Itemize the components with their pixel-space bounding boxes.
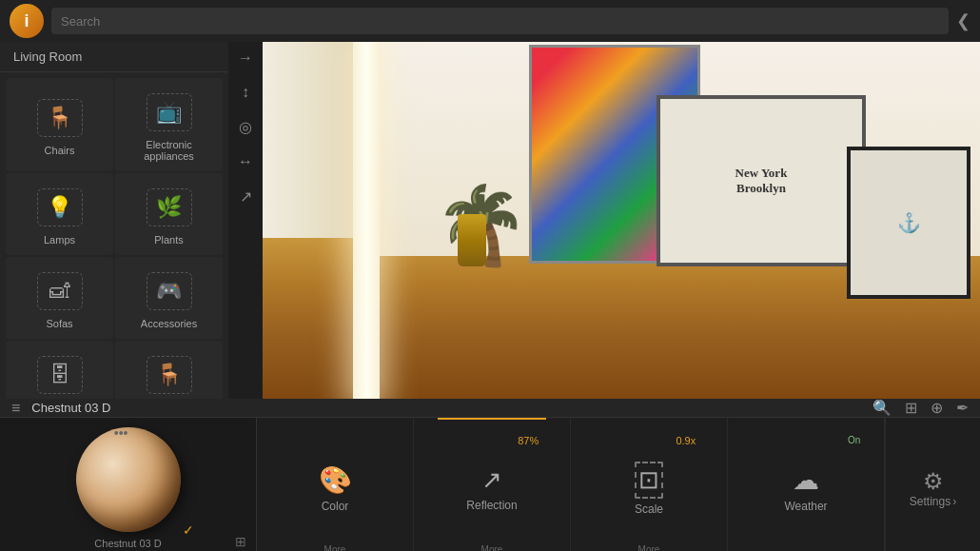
- right-arrow-icon[interactable]: →: [238, 49, 253, 67]
- electronic-appliances-icon: 📺: [147, 93, 192, 131]
- tool-icons: 🔍 ⊞ ⊕ ✒: [872, 399, 969, 417]
- control-scale[interactable]: 0.9x ⊡ Scale More: [571, 418, 728, 551]
- settings-block[interactable]: ⚙ Settings ›: [885, 418, 980, 551]
- lamps-label: Lamps: [44, 234, 75, 246]
- grid-tool-icon[interactable]: ⊞: [905, 399, 917, 417]
- control-color[interactable]: 🎨 Color More: [257, 418, 414, 551]
- bottom-toolbar: ≡ Chestnut 03 D 🔍 ⊞ ⊕ ✒: [0, 399, 980, 418]
- storage-icon: 🗄: [37, 356, 83, 394]
- weather-on-indicator: On: [848, 435, 860, 445]
- sidebar-item-chairs[interactable]: 🪑 Chairs: [6, 78, 113, 171]
- settings-label-row: Settings ›: [910, 495, 956, 508]
- search-input[interactable]: [51, 8, 949, 34]
- sofas-label: Sofas: [46, 318, 72, 329]
- reflection-more: More: [481, 544, 503, 551]
- sofas-icon: 🛋: [37, 272, 83, 310]
- scale-label: Scale: [635, 502, 663, 516]
- color-icon: 🎨: [319, 464, 352, 496]
- weather-label: Weather: [784, 500, 827, 513]
- accessories-label: Accessories: [141, 318, 197, 329]
- scale-more: More: [638, 544, 660, 551]
- sidebar: Living Room 🪑 Chairs 📺 Electronic applia…: [0, 42, 228, 399]
- viewport-scene: 🌴 New York Brooklyn ⚓: [263, 42, 980, 399]
- bottom-panel: ≡ Chestnut 03 D 🔍 ⊞ ⊕ ✒ ••• Chestnut 03 …: [0, 399, 980, 551]
- control-reflection[interactable]: 87% ↗ Reflection More: [414, 418, 571, 551]
- back-button[interactable]: ❮: [956, 10, 970, 31]
- sidebar-grid: 🪑 Chairs 📺 Electronic appliances 💡 Lamps…: [0, 72, 228, 399]
- weather-icon: ☁: [793, 464, 819, 496]
- accessories-icon: 🎮: [147, 272, 192, 310]
- plants-icon: 🌿: [147, 188, 192, 226]
- move-tool-icon[interactable]: ⊕: [931, 399, 943, 417]
- material-preview: ••• Chestnut 03 D ✓ ⊞: [0, 418, 257, 551]
- move-icon[interactable]: ↔: [238, 153, 253, 170]
- material-ball: [76, 427, 181, 532]
- material-label: Chestnut 03 D: [94, 538, 161, 549]
- app-logo: i: [10, 4, 44, 38]
- chairs-label: Chairs: [45, 145, 75, 156]
- resize-icon[interactable]: ↕: [242, 84, 249, 101]
- electronic-appliances-label: Electronic appliances: [123, 139, 215, 162]
- material-controls: 🎨 Color More 87% ↗ Reflection More 0.9x …: [257, 418, 885, 551]
- sidebar-item-electronic-appliances[interactable]: 📺 Electronic appliances: [115, 78, 223, 171]
- reflection-label: Reflection: [466, 499, 517, 512]
- bottom-content: ••• Chestnut 03 D ✓ ⊞ 🎨 Color More 87% ↗…: [0, 418, 980, 551]
- expand-icon[interactable]: ↗: [240, 187, 252, 206]
- material-name-label: Chestnut 03 D: [31, 401, 861, 415]
- color-more: More: [324, 544, 346, 551]
- sidebar-item-accessories[interactable]: 🎮 Accessories: [115, 257, 223, 339]
- settings-arrow-icon: ›: [952, 495, 956, 508]
- chairs-icon: 🪑: [37, 99, 83, 137]
- scale-value: 0.9x: [676, 435, 696, 446]
- main-area: Living Room 🪑 Chairs 📺 Electronic applia…: [0, 42, 980, 399]
- menu-icon[interactable]: ≡: [11, 400, 20, 417]
- material-check-icon: ✓: [183, 522, 194, 538]
- room-painting-2: New York Brooklyn: [657, 95, 866, 266]
- sidebar-item-storage[interactable]: 🗄 Storage: [6, 341, 113, 399]
- control-weather[interactable]: On ☁ Weather: [728, 418, 885, 551]
- settings-icon: ⚙: [923, 468, 944, 495]
- top-bar: i ❮: [0, 0, 980, 42]
- sidebar-item-lamps[interactable]: 💡 Lamps: [6, 173, 113, 255]
- viewport: 🌴 New York Brooklyn ⚓: [263, 42, 980, 399]
- painting-3-symbol: ⚓: [897, 211, 921, 234]
- sidebar-item-sofas[interactable]: 🛋 Sofas: [6, 257, 113, 339]
- sidebar-item-plants[interactable]: 🌿 Plants: [115, 173, 223, 255]
- room-light-strip: [353, 42, 380, 399]
- plants-label: Plants: [154, 234, 184, 246]
- settings-label: Settings: [910, 495, 951, 508]
- material-dots[interactable]: •••: [114, 425, 128, 441]
- room-painting-3: ⚓: [847, 147, 970, 299]
- lamps-icon: 💡: [37, 188, 83, 226]
- zoom-tool-icon[interactable]: 🔍: [872, 399, 892, 417]
- sidebar-header: Living Room: [0, 42, 228, 72]
- tables-icon: 🪑: [147, 356, 192, 394]
- sidebar-item-tables[interactable]: 🪑 Tables: [115, 341, 223, 399]
- icon-rail: →↕◎↔↗: [228, 42, 263, 399]
- reflection-value: 87%: [518, 435, 539, 446]
- paint-tool-icon[interactable]: ✒: [956, 399, 969, 417]
- material-grid-button[interactable]: ⊞: [235, 534, 246, 549]
- scale-icon: ⊡: [635, 462, 663, 499]
- color-label: Color: [322, 500, 349, 513]
- target-icon[interactable]: ◎: [239, 118, 252, 136]
- room-vase: [458, 214, 486, 266]
- painting-2-text: New York Brooklyn: [735, 166, 788, 196]
- reflection-icon: ↗: [481, 465, 502, 495]
